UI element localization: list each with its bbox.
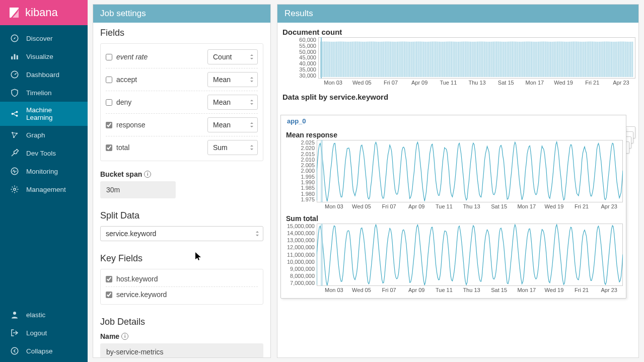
mean-response-plot[interactable]: [317, 140, 623, 202]
job-settings-header: Job settings: [93, 5, 270, 23]
svg-rect-129: [517, 42, 518, 77]
svg-rect-22: [331, 42, 332, 77]
sidebar-item-discover[interactable]: Discover: [0, 29, 88, 47]
sidebar-item-dashboard[interactable]: Dashboard: [0, 65, 88, 84]
svg-rect-193: [628, 42, 630, 77]
svg-rect-72: [418, 41, 419, 77]
sidebar-item-label: Machine Learning: [26, 106, 78, 121]
field-label[interactable]: deny: [116, 98, 131, 106]
field-checkbox[interactable]: [106, 54, 112, 60]
field-checkbox[interactable]: [106, 144, 112, 151]
svg-rect-176: [599, 42, 600, 77]
sidebar-item-graph[interactable]: Graph: [0, 126, 88, 144]
svg-rect-109: [482, 41, 483, 77]
sidebar-item-dev-tools[interactable]: Dev Tools: [0, 144, 88, 162]
field-checkbox[interactable]: [106, 122, 112, 128]
svg-rect-20: [327, 42, 329, 77]
split-data-select[interactable]: service.keyword: [100, 226, 263, 241]
svg-rect-55: [388, 41, 390, 77]
field-row-total: total Sum: [106, 136, 258, 159]
y-axis: 15,000,00014,000,00013,000,00012,000,000…: [282, 224, 317, 286]
svg-rect-68: [411, 42, 412, 77]
sidebar-item-collapse[interactable]: Collapse: [0, 342, 88, 360]
svg-rect-148: [550, 42, 551, 77]
key-field-checkbox[interactable]: [106, 276, 112, 282]
svg-rect-80: [432, 41, 433, 77]
sidebar-item-machine-learning[interactable]: Machine Learning: [0, 102, 88, 126]
field-label[interactable]: event rate: [116, 53, 148, 61]
sidebar-item-label: Dev Tools: [26, 150, 56, 157]
logo-bar[interactable]: kibana: [0, 0, 88, 25]
svg-rect-151: [555, 42, 557, 77]
bucket-span-label: Bucket span i: [100, 170, 263, 178]
field-agg-select[interactable]: Mean: [207, 95, 258, 110]
field-row-deny: deny Mean: [106, 91, 258, 114]
job-name-input[interactable]: [100, 343, 263, 357]
sidebar-item-user[interactable]: elastic: [0, 306, 88, 324]
svg-rect-164: [578, 42, 579, 77]
svg-rect-184: [613, 42, 614, 77]
svg-rect-28: [341, 41, 342, 77]
key-field-checkbox[interactable]: [106, 292, 112, 298]
doc-count-plot[interactable]: [318, 37, 635, 79]
key-field-label[interactable]: host.keyword: [116, 275, 158, 283]
svg-rect-133: [524, 42, 525, 77]
svg-rect-113: [489, 42, 490, 77]
svg-rect-147: [548, 42, 550, 77]
svg-rect-165: [580, 42, 581, 77]
field-checkbox[interactable]: [106, 99, 112, 106]
sum-total-plot[interactable]: [317, 224, 623, 286]
svg-rect-112: [487, 42, 489, 77]
svg-rect-138: [533, 42, 534, 77]
sidebar-item-monitoring[interactable]: Monitoring: [0, 162, 88, 180]
field-label[interactable]: response: [116, 121, 146, 129]
field-agg-select[interactable]: Mean: [207, 72, 258, 87]
svg-rect-58: [393, 42, 395, 77]
svg-rect-44: [369, 41, 371, 77]
svg-rect-135: [527, 41, 529, 77]
svg-rect-84: [439, 42, 440, 77]
results-header: Results: [277, 5, 638, 23]
svg-rect-153: [558, 41, 560, 77]
shield-icon: [10, 88, 19, 97]
sidebar-item-label: Discover: [26, 35, 53, 42]
split-tab-active[interactable]: app_0: [280, 115, 626, 127]
field-checkbox[interactable]: [106, 77, 112, 83]
svg-rect-180: [606, 41, 607, 77]
svg-rect-108: [480, 41, 482, 77]
svg-rect-93: [454, 42, 456, 77]
svg-rect-194: [630, 42, 631, 77]
svg-rect-59: [395, 42, 397, 77]
svg-rect-64: [404, 41, 405, 77]
svg-rect-43: [367, 42, 369, 77]
svg-rect-23: [332, 42, 334, 77]
sidebar-item-logout[interactable]: Logout: [0, 324, 88, 342]
svg-rect-3: [17, 55, 18, 59]
field-agg-select[interactable]: Mean: [207, 117, 258, 132]
gauge-icon: [10, 70, 19, 79]
field-row-event-rate: event rate Count: [106, 46, 258, 68]
key-field-label[interactable]: service.keyword: [116, 291, 167, 299]
field-agg-select[interactable]: Count: [207, 49, 258, 64]
sidebar-item-management[interactable]: Management: [0, 180, 88, 198]
svg-rect-67: [409, 42, 410, 77]
field-label[interactable]: accept: [116, 76, 137, 84]
svg-rect-137: [531, 42, 532, 77]
bucket-span-input[interactable]: [100, 181, 176, 198]
brand-text: kibana: [25, 6, 58, 19]
chart-title: Mean response: [282, 131, 623, 139]
info-icon[interactable]: i: [144, 171, 151, 178]
svg-rect-98: [463, 41, 464, 77]
svg-rect-120: [501, 42, 503, 77]
field-label[interactable]: total: [116, 143, 129, 152]
sidebar-item-timelion[interactable]: Timelion: [0, 84, 88, 102]
svg-rect-27: [339, 41, 341, 77]
svg-rect-88: [446, 42, 447, 77]
sidebar-item-visualize[interactable]: Visualize: [0, 47, 88, 65]
svg-rect-100: [466, 41, 468, 77]
info-icon[interactable]: i: [121, 333, 128, 340]
svg-rect-57: [392, 42, 393, 77]
sidebar: kibana Discover Visualize Dashboard Time…: [0, 0, 88, 362]
svg-rect-162: [575, 41, 576, 77]
field-agg-select[interactable]: Sum: [207, 140, 258, 155]
